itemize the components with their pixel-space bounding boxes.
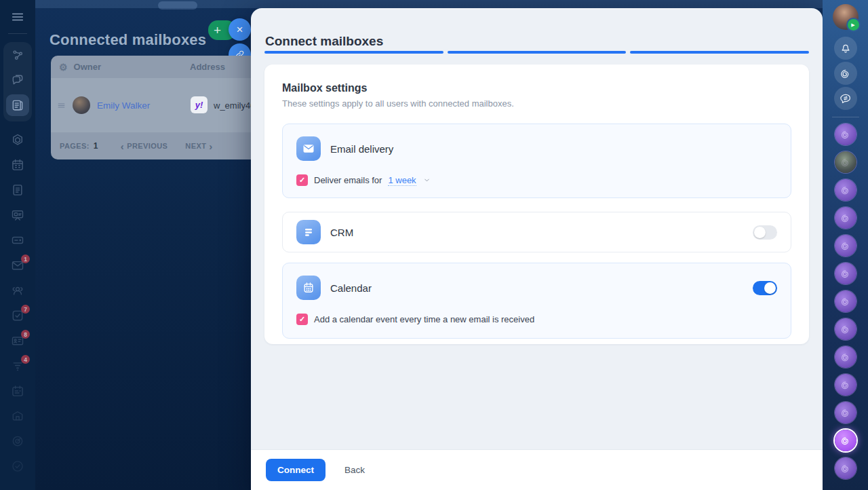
conversations-button[interactable]: [834, 87, 857, 110]
sidebar-item-documents[interactable]: [11, 183, 24, 197]
sidebar-item-approvals[interactable]: [11, 459, 24, 473]
sidebar-icon-group: [3, 42, 32, 121]
play-status-badge: ▶: [846, 18, 861, 32]
workspace-avatar[interactable]: [835, 457, 856, 479]
workspace-avatar[interactable]: [835, 374, 856, 396]
table-pagination: PAGES: 1 ‹ PREVIOUS NEXT ›: [51, 132, 251, 159]
email-delivery-title: Email delivery: [330, 143, 393, 155]
progress-segment-2: [448, 51, 627, 54]
bell-icon: [840, 42, 852, 54]
left-sidebar: 1 7 8 4: [0, 0, 35, 490]
sidebar-icon-list: 1 7 8 4: [11, 121, 24, 473]
chat-transfer-icon: [840, 92, 852, 105]
hamburger-menu-icon[interactable]: [10, 10, 25, 24]
calendar-event-label: Add a calendar event every time a new em…: [314, 314, 534, 324]
mail-badge: 1: [21, 255, 30, 263]
workspace-avatar-active[interactable]: [835, 430, 856, 451]
owner-avatar: [73, 96, 90, 114]
workspace-avatar[interactable]: [835, 318, 856, 340]
sidebar-item-schedule[interactable]: [11, 384, 24, 398]
close-tour-button[interactable]: ×: [229, 18, 251, 41]
sidebar-item-hub[interactable]: [11, 133, 24, 147]
delivery-period-dropdown[interactable]: 1 week: [388, 175, 416, 186]
sidebar-item-share[interactable]: [11, 48, 24, 62]
drag-handle-icon[interactable]: [56, 100, 66, 111]
column-header-owner[interactable]: Owner: [74, 62, 101, 72]
next-label: NEXT: [185, 142, 206, 150]
toggle-knob: [754, 227, 766, 238]
pages-label: PAGES:: [60, 142, 90, 150]
page-number: 1: [94, 141, 98, 151]
table-settings-gear-icon[interactable]: ⚙: [59, 62, 68, 73]
plus-icon: +: [214, 23, 221, 38]
cards-badge: 8: [21, 330, 30, 339]
calendar-event-checkbox[interactable]: ✓: [296, 314, 308, 325]
sidebar-item-chats[interactable]: [11, 73, 24, 86]
workspace-avatar[interactable]: [835, 124, 856, 145]
workspace-avatar-photo[interactable]: [835, 151, 856, 173]
chevron-down-icon[interactable]: [423, 176, 431, 184]
connect-mailboxes-modal: Connect mailboxes Mailbox settings These…: [251, 8, 823, 490]
crm-app-icon: [296, 220, 321, 244]
mailbox-address: w_emily40: [214, 100, 251, 111]
mailboxes-table: ⚙ Owner Address Emily Walker y! w_emily4…: [51, 56, 251, 159]
sidebar-item-filters[interactable]: 4: [11, 359, 24, 373]
sidebar-item-archive[interactable]: [11, 409, 24, 423]
step-progress-bar: [264, 51, 809, 54]
close-icon: ×: [237, 23, 243, 37]
owner-name-link[interactable]: Emily Walker: [97, 100, 150, 111]
email-app-icon: [296, 136, 321, 161]
column-header-address[interactable]: Address: [190, 62, 225, 72]
chevron-right-icon: ›: [209, 141, 212, 151]
toggle-knob: [764, 282, 776, 294]
check-icon: ✓: [299, 176, 305, 185]
calendar-app-icon: [296, 276, 321, 300]
back-button[interactable]: Back: [340, 464, 369, 476]
crm-title: CRM: [330, 227, 353, 238]
sidebar-divider: [8, 33, 27, 34]
deliver-emails-label: Deliver emails for: [314, 175, 382, 185]
progress-segment-1: [264, 51, 443, 54]
sidebar-item-tasks[interactable]: 7: [11, 309, 24, 322]
workspace-avatar[interactable]: [835, 402, 856, 423]
settings-heading: Mailbox settings: [282, 82, 791, 94]
sidebar-item-id-cards[interactable]: 8: [11, 334, 24, 347]
deliver-emails-checkbox[interactable]: ✓: [296, 174, 308, 186]
page-title: Connected mailboxes: [50, 31, 206, 49]
sidebar-item-goals[interactable]: [11, 434, 24, 448]
rail-divider: [832, 117, 859, 117]
workspace-avatar[interactable]: [835, 179, 856, 201]
table-header-row: ⚙ Owner Address: [51, 56, 251, 78]
connect-button[interactable]: Connect: [266, 459, 326, 481]
background-tab: [158, 1, 197, 10]
window-top-band: [35, 0, 823, 8]
calendar-card: Calendar ✓ Add a calendar event every ti…: [282, 263, 791, 339]
table-row[interactable]: Emily Walker y! w_emily40: [51, 78, 251, 132]
workspace-avatar[interactable]: [835, 263, 856, 284]
sidebar-item-inbox-tray[interactable]: [11, 233, 24, 247]
previous-page-button[interactable]: ‹ PREVIOUS: [121, 141, 167, 151]
play-icon: ▶: [851, 22, 854, 28]
mailbox-settings-card: Mailbox settings These settings apply to…: [264, 64, 809, 344]
notifications-button[interactable]: [834, 37, 857, 60]
sidebar-item-calendar[interactable]: [11, 158, 24, 172]
crm-toggle[interactable]: [753, 225, 777, 240]
workspace-avatar[interactable]: [835, 346, 856, 368]
calendar-title: Calendar: [330, 282, 372, 294]
workspace-avatar[interactable]: [835, 290, 856, 312]
spiral-logo-icon: [840, 67, 852, 79]
feed-icon: [11, 98, 24, 112]
sidebar-item-presentation[interactable]: [11, 208, 24, 222]
sidebar-item-feed-selected[interactable]: [6, 94, 29, 116]
sidebar-item-mail[interactable]: 1: [11, 259, 24, 272]
previous-label: PREVIOUS: [127, 142, 167, 150]
tasks-badge: 7: [21, 305, 30, 314]
calendar-toggle[interactable]: [753, 281, 777, 295]
user-avatar[interactable]: ▶: [833, 4, 859, 30]
sidebar-item-contacts[interactable]: [11, 284, 24, 297]
workspace-avatar[interactable]: [835, 207, 856, 229]
workspace-avatar[interactable]: [835, 235, 856, 257]
app-logo-button[interactable]: [834, 62, 857, 85]
crm-card: CRM: [282, 212, 791, 252]
next-page-button[interactable]: NEXT ›: [185, 141, 212, 151]
